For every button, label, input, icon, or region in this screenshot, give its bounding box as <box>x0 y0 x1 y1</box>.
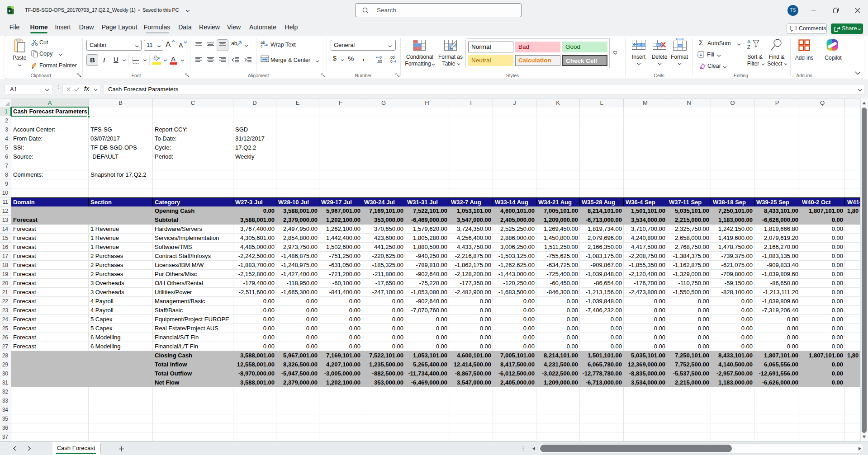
svg-text:A: A <box>747 39 751 44</box>
svg-text:c: c <box>261 44 263 48</box>
svg-text:.00: .00 <box>377 59 382 63</box>
svg-text:0: 0 <box>390 59 393 63</box>
svg-text:Z: Z <box>747 44 750 50</box>
svg-text:x: x <box>8 9 10 13</box>
